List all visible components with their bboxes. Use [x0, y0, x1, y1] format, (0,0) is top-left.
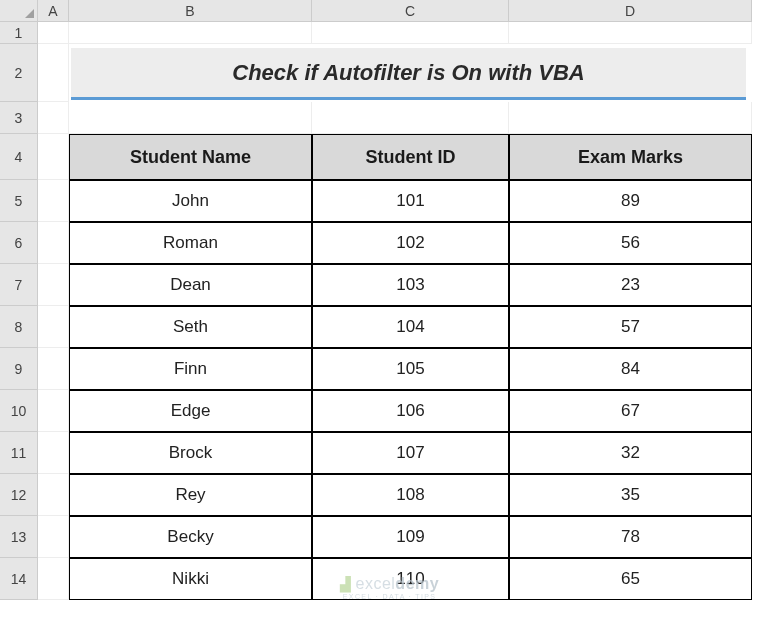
row-header-6[interactable]: 6 [0, 222, 38, 264]
row-header-1[interactable]: 1 [0, 22, 38, 44]
cell-D1[interactable] [509, 22, 752, 44]
table-cell-marks[interactable]: 78 [509, 516, 752, 558]
table-cell-marks[interactable]: 65 [509, 558, 752, 600]
table-header-name[interactable]: Student Name [69, 134, 312, 180]
table-cell-marks[interactable]: 57 [509, 306, 752, 348]
table-cell-id[interactable]: 106 [312, 390, 509, 432]
table-cell-marks[interactable]: 56 [509, 222, 752, 264]
row-header-9[interactable]: 9 [0, 348, 38, 390]
table-cell-marks[interactable]: 67 [509, 390, 752, 432]
table-cell-name[interactable]: Nikki [69, 558, 312, 600]
table-cell-id[interactable]: 108 [312, 474, 509, 516]
row-header-11[interactable]: 11 [0, 432, 38, 474]
table-cell-id[interactable]: 109 [312, 516, 509, 558]
select-all-corner[interactable] [0, 0, 38, 22]
cell-A4[interactable] [38, 134, 69, 180]
table-header-marks[interactable]: Exam Marks [509, 134, 752, 180]
table-cell-name[interactable]: Seth [69, 306, 312, 348]
table-cell-name[interactable]: Dean [69, 264, 312, 306]
row-header-8[interactable]: 8 [0, 306, 38, 348]
cell-A10[interactable] [38, 390, 69, 432]
row-header-12[interactable]: 12 [0, 474, 38, 516]
table-header-id[interactable]: Student ID [312, 134, 509, 180]
col-header-A[interactable]: A [38, 0, 69, 22]
col-header-B[interactable]: B [69, 0, 312, 22]
row-header-14[interactable]: 14 [0, 558, 38, 600]
cell-A14[interactable] [38, 558, 69, 600]
row-header-4[interactable]: 4 [0, 134, 38, 180]
row-header-13[interactable]: 13 [0, 516, 38, 558]
table-cell-name[interactable]: John [69, 180, 312, 222]
col-header-D[interactable]: D [509, 0, 752, 22]
table-cell-name[interactable]: Finn [69, 348, 312, 390]
table-cell-id[interactable]: 105 [312, 348, 509, 390]
cell-A13[interactable] [38, 516, 69, 558]
row-header-5[interactable]: 5 [0, 180, 38, 222]
cell-A8[interactable] [38, 306, 69, 348]
page-title: Check if Autofilter is On with VBA [71, 48, 746, 100]
cell-A1[interactable] [38, 22, 69, 44]
cell-A9[interactable] [38, 348, 69, 390]
cell-A11[interactable] [38, 432, 69, 474]
cell-A7[interactable] [38, 264, 69, 306]
table-cell-id[interactable]: 103 [312, 264, 509, 306]
row-header-2[interactable]: 2 [0, 44, 38, 102]
table-cell-marks[interactable]: 89 [509, 180, 752, 222]
spreadsheet: A B C D 1 2 Check if Autofilter is On wi… [0, 0, 767, 600]
table-cell-marks[interactable]: 23 [509, 264, 752, 306]
table-cell-name[interactable]: Rey [69, 474, 312, 516]
table-cell-id[interactable]: 102 [312, 222, 509, 264]
table-cell-id[interactable]: 101 [312, 180, 509, 222]
cell-C1[interactable] [312, 22, 509, 44]
row-header-7[interactable]: 7 [0, 264, 38, 306]
table-cell-id[interactable]: 110 [312, 558, 509, 600]
table-cell-name[interactable]: Roman [69, 222, 312, 264]
cell-D3[interactable] [509, 102, 752, 134]
table-cell-id[interactable]: 107 [312, 432, 509, 474]
table-cell-marks[interactable]: 35 [509, 474, 752, 516]
table-cell-id[interactable]: 104 [312, 306, 509, 348]
table-cell-name[interactable]: Brock [69, 432, 312, 474]
cell-A12[interactable] [38, 474, 69, 516]
table-cell-marks[interactable]: 84 [509, 348, 752, 390]
cell-A6[interactable] [38, 222, 69, 264]
table-cell-name[interactable]: Becky [69, 516, 312, 558]
cell-A3[interactable] [38, 102, 69, 134]
cell-A5[interactable] [38, 180, 69, 222]
table-cell-name[interactable]: Edge [69, 390, 312, 432]
row-header-3[interactable]: 3 [0, 102, 38, 134]
cell-C3[interactable] [312, 102, 509, 134]
cell-B1[interactable] [69, 22, 312, 44]
row-header-10[interactable]: 10 [0, 390, 38, 432]
col-header-C[interactable]: C [312, 0, 509, 22]
cell-B3[interactable] [69, 102, 312, 134]
table-cell-marks[interactable]: 32 [509, 432, 752, 474]
cell-A2[interactable] [38, 44, 69, 102]
